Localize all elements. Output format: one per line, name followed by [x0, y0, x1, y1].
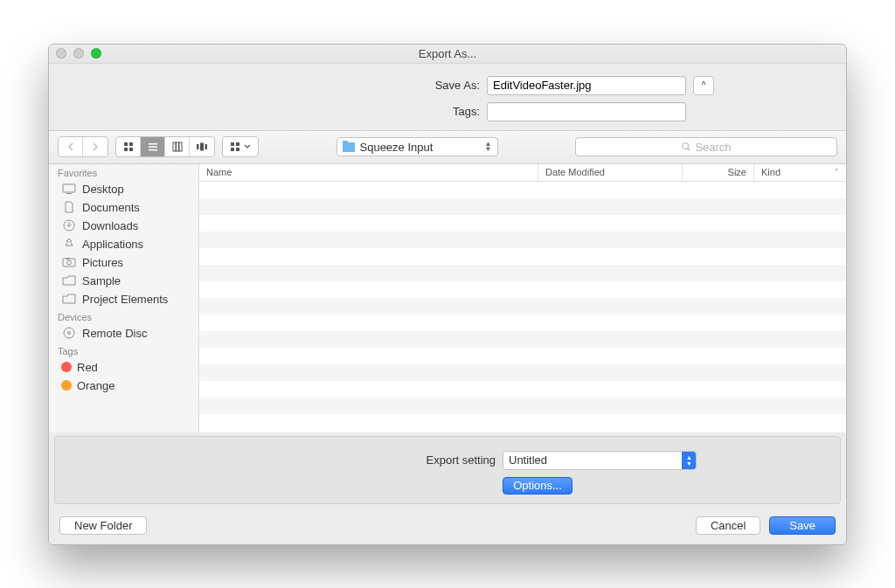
- disc-icon: [61, 327, 77, 339]
- sidebar-item-label: Remote Disc: [82, 327, 147, 340]
- titlebar: Export As...: [49, 45, 846, 64]
- table-row: [199, 281, 846, 298]
- svg-point-17: [683, 143, 689, 149]
- sidebar-item-desktop[interactable]: Desktop: [49, 180, 198, 198]
- devices-header: Devices: [49, 308, 198, 324]
- svg-rect-3: [129, 148, 133, 151]
- column-kind[interactable]: Kind ˄: [754, 164, 846, 181]
- nav-buttons: [58, 136, 108, 157]
- coverflow-view-button[interactable]: [190, 137, 214, 156]
- sidebar-item-remote-disc[interactable]: Remote Disc: [49, 324, 198, 342]
- grid-icon: [123, 142, 134, 152]
- export-settings-panel: Export setting Untitled ▲▼ Options...: [54, 436, 841, 504]
- table-row: [199, 265, 846, 281]
- column-size[interactable]: Size: [683, 164, 754, 181]
- save-button[interactable]: Save: [769, 516, 836, 535]
- sidebar-item-label: Project Elements: [82, 293, 168, 306]
- sidebar-item-documents[interactable]: Documents: [49, 198, 198, 217]
- table-row: [199, 248, 846, 265]
- search-input[interactable]: Search: [575, 137, 837, 156]
- sidebar-item-sample[interactable]: Sample: [49, 272, 198, 290]
- sidebar-item-project-elements[interactable]: Project Elements: [49, 290, 198, 308]
- search-icon: [681, 142, 691, 152]
- svg-line-18: [688, 149, 690, 151]
- sidebar-item-downloads[interactable]: Downloads: [49, 217, 198, 235]
- downloads-icon: [61, 219, 77, 232]
- grid-icon: [230, 142, 240, 152]
- list-icon: [148, 142, 158, 152]
- column-name[interactable]: Name: [199, 164, 538, 181]
- sort-arrow-icon: ˄: [835, 168, 839, 176]
- svg-rect-15: [231, 148, 234, 151]
- sidebar-tag-red[interactable]: Red: [49, 358, 198, 377]
- svg-rect-20: [66, 193, 72, 194]
- applications-icon: [61, 238, 77, 250]
- chevron-right-icon: [91, 142, 100, 151]
- minimize-icon[interactable]: [73, 48, 84, 59]
- sidebar-tag-orange[interactable]: Orange: [49, 377, 198, 395]
- svg-rect-16: [236, 148, 239, 151]
- updown-arrows-icon: ▲▼: [682, 452, 696, 469]
- collapse-button[interactable]: ^: [693, 76, 714, 95]
- chevron-down-icon: [244, 144, 251, 149]
- sidebar-item-label: Desktop: [82, 183, 124, 196]
- svg-rect-5: [149, 147, 157, 149]
- sidebar-item-label: Downloads: [82, 219, 138, 232]
- zoom-icon[interactable]: [91, 48, 101, 59]
- svg-rect-10: [197, 144, 199, 149]
- svg-rect-6: [149, 149, 157, 151]
- close-icon[interactable]: [56, 48, 66, 59]
- folder-name: Squeeze Input: [360, 141, 434, 154]
- table-row: [199, 182, 846, 198]
- table-row: [199, 232, 846, 248]
- cancel-button[interactable]: Cancel: [696, 516, 760, 535]
- options-button[interactable]: Options...: [503, 477, 572, 495]
- svg-rect-13: [231, 142, 234, 146]
- column-view-button[interactable]: [165, 137, 190, 156]
- svg-rect-24: [66, 258, 69, 259]
- svg-rect-1: [129, 142, 133, 146]
- tags-header: Tags: [49, 342, 198, 358]
- chevron-left-icon: [66, 142, 75, 151]
- file-list: Name Date Modified Size Kind ˄: [199, 164, 846, 432]
- sidebar-item-label: Pictures: [82, 256, 123, 269]
- columns-icon: [172, 142, 183, 152]
- filename-input[interactable]: [487, 76, 686, 95]
- file-browser: Favorites Desktop Documents Downloads Ap…: [49, 164, 846, 432]
- table-row: [199, 398, 846, 414]
- sidebar-item-label: Applications: [82, 238, 143, 251]
- tag-dot-icon: [61, 380, 72, 391]
- folder-icon: [61, 293, 77, 305]
- desktop-icon: [61, 183, 77, 195]
- table-row: [199, 315, 846, 331]
- svg-rect-9: [179, 142, 182, 151]
- tags-input[interactable]: [487, 102, 686, 121]
- export-setting-select[interactable]: Untitled ▲▼: [503, 451, 697, 470]
- list-view-button[interactable]: [141, 137, 165, 156]
- view-mode-buttons: [115, 136, 215, 157]
- svg-rect-11: [200, 143, 204, 151]
- folder-dropdown[interactable]: Squeeze Input ▲▼: [336, 137, 498, 156]
- sidebar-item-applications[interactable]: Applications: [49, 235, 198, 253]
- column-date-modified[interactable]: Date Modified: [538, 164, 683, 181]
- svg-rect-4: [149, 143, 157, 145]
- svg-rect-12: [205, 144, 208, 149]
- icon-view-button[interactable]: [116, 137, 141, 156]
- svg-point-26: [68, 332, 71, 335]
- tags-label: Tags:: [181, 105, 480, 118]
- back-button[interactable]: [59, 137, 83, 156]
- table-row: [199, 364, 846, 381]
- export-dialog: Export As... Save As: ^ Tags:: [48, 44, 847, 545]
- table-row: [199, 414, 846, 431]
- arrange-button[interactable]: [222, 136, 259, 157]
- svg-rect-2: [124, 148, 128, 151]
- column-headers: Name Date Modified Size Kind ˄: [199, 164, 846, 182]
- sidebar-item-pictures[interactable]: Pictures: [49, 253, 198, 272]
- browser-toolbar: Squeeze Input ▲▼ Search: [49, 131, 846, 164]
- new-folder-button[interactable]: New Folder: [59, 516, 147, 535]
- forward-button[interactable]: [83, 137, 108, 156]
- table-row: [199, 298, 846, 315]
- export-setting-label: Export setting: [198, 453, 496, 467]
- favorites-header: Favorites: [49, 164, 198, 180]
- updown-arrows-icon: ▲▼: [485, 142, 492, 152]
